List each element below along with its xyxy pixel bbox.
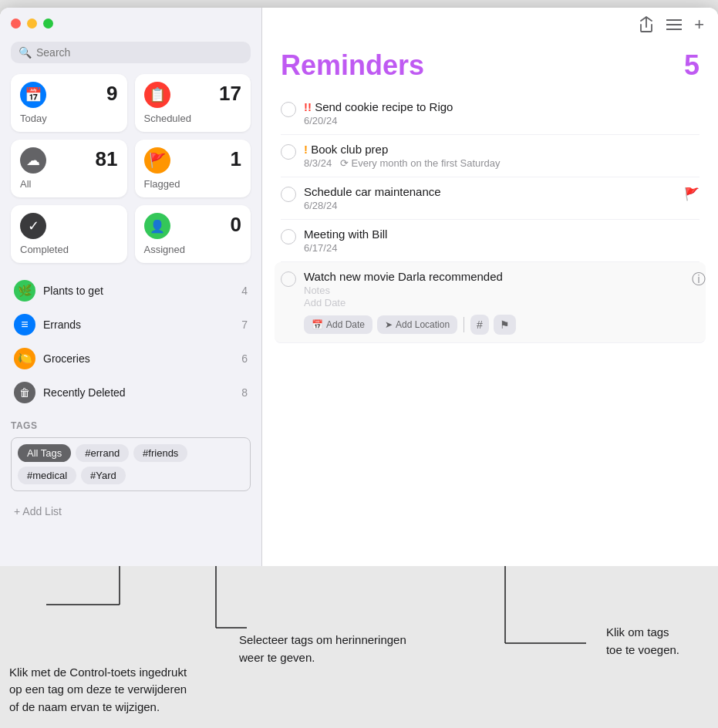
all-count: 81 — [96, 147, 118, 171]
tag-errand[interactable]: #errand — [76, 444, 129, 462]
reminder-notes-placeholder[interactable]: Notes — [304, 285, 699, 296]
all-icon: ☁ — [20, 147, 46, 174]
reminder-meta-4: 6/17/24 — [304, 242, 699, 254]
assigned-count: 0 — [231, 213, 241, 237]
search-icon: 🔍 — [19, 46, 32, 59]
annotation-left-line3: of de naam ervan te wijzigen. — [9, 699, 187, 716]
priority-high-icon: !! — [304, 100, 312, 113]
share-button[interactable] — [639, 16, 654, 33]
annotation-left-line2: op een tag om deze te verwijderen — [9, 681, 187, 699]
add-flag-button[interactable]: ⚑ — [494, 315, 516, 335]
reminder-checkbox-2[interactable] — [281, 144, 296, 160]
sidebar: 🔍 📅 9 Today 📋 17 Scheduled — [0, 8, 262, 625]
tags-container: All Tags #errand #friends #medical #Yard — [11, 437, 251, 491]
priority-med-icon: ! — [304, 143, 308, 156]
reminder-checkbox-3[interactable] — [281, 187, 296, 202]
smart-lists-grid: 📅 9 Today 📋 17 Scheduled ☁ 81 All — [0, 74, 261, 274]
flag-icon: ⚑ — [500, 318, 510, 331]
errands-icon: ≡ — [14, 314, 35, 335]
flagged-icon: 🚩 — [144, 147, 170, 174]
reminder-title-2: ! Book club prep — [304, 143, 699, 156]
search-bar[interactable]: 🔍 — [11, 42, 251, 63]
tags-header: Tags — [11, 420, 251, 431]
add-location-label: Add Location — [396, 319, 450, 330]
reminder-content-3: Schedule car maintenance 6/28/24 — [304, 185, 699, 211]
errands-label: Errands — [43, 318, 234, 331]
annotation-area: Klik met de Control-toets ingedrukt op e… — [0, 566, 718, 728]
traffic-lights — [11, 19, 53, 29]
tags-section: Tags All Tags #errand #friends #medical … — [0, 410, 261, 497]
scheduled-label: Scheduled — [144, 113, 242, 124]
list-item-plants[interactable]: 🌿 Plants to get 4 — [11, 274, 251, 308]
assigned-icon: 👤 — [144, 213, 170, 239]
deleted-label: Recently Deleted — [43, 386, 234, 399]
sidebar-item-flagged[interactable]: 🚩 1 Flagged — [135, 140, 251, 197]
list-item-groceries[interactable]: 🍋 Groceries 6 — [11, 342, 251, 376]
add-date-label: Add Date — [326, 319, 365, 330]
add-location-button[interactable]: ➤ Add Location — [377, 315, 457, 334]
assigned-label: Assigned — [144, 244, 242, 255]
completed-icon: ✓ — [20, 213, 46, 239]
reminders-title: Reminders — [281, 49, 424, 82]
reminder-meta-2: 8/3/24 ⟳ Every month on the first Saturd… — [304, 157, 699, 169]
reminder-checkbox-4[interactable] — [281, 229, 296, 244]
location-icon: ➤ — [385, 319, 393, 330]
reminder-item-4: Meeting with Bill 6/17/24 — [281, 220, 699, 262]
add-list-button[interactable]: + Add List — [0, 497, 261, 525]
fullscreen-button[interactable] — [43, 19, 53, 29]
tag-icon: # — [477, 318, 483, 331]
sidebar-item-scheduled[interactable]: 📋 17 Scheduled — [135, 74, 251, 132]
reminder-meta-1: 6/20/24 — [304, 115, 699, 126]
annotation-mid-line1: Selecteer tags om herinneringen — [239, 632, 406, 649]
plants-label: Plants to get — [43, 285, 234, 297]
sidebar-item-assigned[interactable]: 👤 0 Assigned — [135, 205, 251, 263]
calendar-icon: 📅 — [312, 319, 323, 330]
scheduled-count: 17 — [219, 82, 241, 106]
minimize-button[interactable] — [27, 19, 37, 29]
annotation-right-line1: Klik om tags — [606, 624, 679, 642]
tag-medical[interactable]: #medical — [18, 467, 76, 484]
errands-count: 7 — [241, 318, 248, 331]
info-button-5[interactable]: ⓘ — [692, 270, 706, 288]
reminder-item-3: Schedule car maintenance 6/28/24 🚩 — [281, 177, 699, 220]
groceries-count: 6 — [241, 352, 248, 365]
tag-friends[interactable]: #friends — [133, 444, 187, 462]
tag-yard[interactable]: #Yard — [81, 467, 126, 484]
toolbar: + — [262, 8, 718, 42]
reminder-action-toolbar: 📅 Add Date ➤ Add Location # ⚑ — [304, 315, 699, 335]
add-date-button[interactable]: 📅 Add Date — [304, 315, 372, 334]
list-item-recently-deleted[interactable]: 🗑 Recently Deleted 8 — [11, 376, 251, 410]
completed-label: Completed — [20, 244, 118, 255]
add-tag-button[interactable]: # — [470, 315, 489, 335]
add-list-label: + Add List — [14, 505, 62, 517]
today-count: 9 — [106, 82, 117, 106]
add-reminder-button[interactable]: + — [694, 15, 704, 35]
sidebar-item-today[interactable]: 📅 9 Today — [11, 74, 127, 132]
sidebar-item-all[interactable]: ☁ 81 All — [11, 140, 127, 197]
flagged-count: 1 — [231, 147, 241, 171]
reminder-list: !! Send cookie recipe to Rigo 6/20/24 ! … — [262, 93, 718, 625]
close-button[interactable] — [11, 19, 21, 29]
reminder-title-5[interactable]: Watch new movie Darla recommended — [304, 270, 699, 283]
custom-lists: 🌿 Plants to get 4 ≡ Errands 7 🍋 Grocerie… — [0, 274, 261, 410]
reminders-count: 5 — [684, 49, 699, 82]
sidebar-item-completed[interactable]: ✓ Completed — [11, 205, 127, 263]
reminder-item-2: ! Book club prep 8/3/24 ⟳ Every month on… — [281, 135, 699, 177]
annotation-right-line2: toe te voegen. — [606, 642, 679, 659]
search-input[interactable] — [36, 46, 243, 59]
groceries-icon: 🍋 — [14, 348, 35, 369]
reminder-item-1: !! Send cookie recipe to Rigo 6/20/24 — [281, 93, 699, 135]
view-options-button[interactable] — [666, 18, 682, 32]
reminder-tags-placeholder: Add Date — [304, 297, 699, 308]
today-icon: 📅 — [20, 82, 46, 108]
reminders-header: Reminders 5 — [262, 42, 718, 93]
reminder-title-3: Schedule car maintenance — [304, 185, 699, 198]
reminder-checkbox-5[interactable] — [281, 271, 296, 287]
list-item-errands[interactable]: ≡ Errands 7 — [11, 308, 251, 342]
reminder-checkbox-1[interactable] — [281, 102, 296, 117]
plants-icon: 🌿 — [14, 280, 35, 302]
reminder-meta-3: 6/28/24 — [304, 200, 699, 211]
tag-all-tags[interactable]: All Tags — [18, 444, 71, 462]
reminder-title-4: Meeting with Bill — [304, 228, 699, 241]
annotation-left-line1: Klik met de Control-toets ingedrukt — [9, 664, 187, 682]
